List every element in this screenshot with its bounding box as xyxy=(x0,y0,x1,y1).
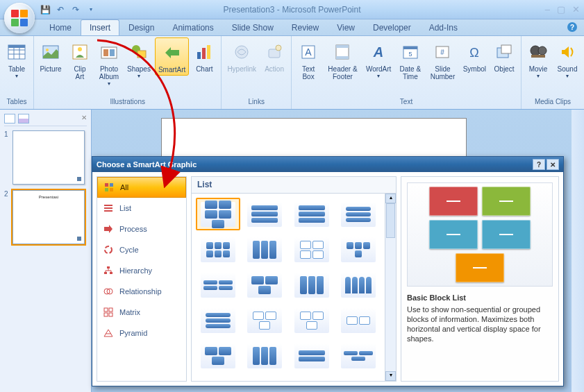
smartart-button[interactable]: SmartArt xyxy=(155,37,189,76)
gallery-item[interactable] xyxy=(243,339,287,372)
svg-point-9 xyxy=(78,47,82,51)
gallery-item[interactable] xyxy=(196,304,240,336)
table-button[interactable]: Table ▾ xyxy=(3,37,31,80)
dialog-help-button[interactable]: ? xyxy=(533,159,545,170)
gallery-item[interactable] xyxy=(290,339,334,372)
qat-customize-icon[interactable]: ▾ xyxy=(86,5,96,15)
wordart-button[interactable]: A WordArt ▾ xyxy=(363,37,394,80)
datetime-button[interactable]: 5 Date & Time xyxy=(395,37,425,82)
movie-button[interactable]: Movie ▾ xyxy=(524,37,552,80)
gallery-item[interactable] xyxy=(337,304,381,336)
svg-marker-62 xyxy=(104,330,112,336)
svg-point-7 xyxy=(46,49,49,51)
vertical-scrollbar[interactable] xyxy=(572,110,584,392)
category-process[interactable]: Process xyxy=(97,219,186,239)
category-all[interactable]: All xyxy=(97,177,186,198)
tab-animations[interactable]: Animations xyxy=(163,19,222,35)
gallery: List xyxy=(191,176,397,382)
office-button[interactable] xyxy=(4,3,35,33)
picture-button[interactable]: Picture xyxy=(37,37,65,74)
slide-thumbnail-1[interactable]: 1 xyxy=(4,130,87,185)
slide-thumbnail-2[interactable]: 2 Presentasi xyxy=(4,190,87,244)
scroll-up-icon[interactable]: ▴ xyxy=(385,194,396,203)
svg-rect-35 xyxy=(501,45,511,53)
scroll-thumb[interactable] xyxy=(386,203,395,238)
gallery-item[interactable] xyxy=(196,233,240,266)
svg-marker-47 xyxy=(104,225,112,233)
tab-slideshow[interactable]: Slide Show xyxy=(223,19,283,35)
svg-marker-15 xyxy=(165,47,179,58)
save-icon[interactable]: 💾 xyxy=(40,5,50,15)
chevron-down-icon: ▾ xyxy=(137,73,140,79)
category-list[interactable]: List xyxy=(97,198,186,219)
list-icon xyxy=(103,203,114,214)
redo-icon[interactable]: ↷ xyxy=(71,5,81,15)
category-relationship[interactable]: Relationship xyxy=(97,281,186,302)
clipart-button[interactable]: Clip Art xyxy=(66,37,94,82)
photoalbum-button[interactable]: Photo Album ▾ xyxy=(95,37,123,88)
svg-text:Ω: Ω xyxy=(470,46,479,60)
dialog-close-button[interactable]: ✕ xyxy=(547,159,559,170)
headerfooter-button[interactable]: Header & Footer xyxy=(324,37,362,82)
help-icon[interactable]: ? xyxy=(567,22,577,32)
scroll-down-icon[interactable]: ▾ xyxy=(385,371,396,381)
gallery-scrollbar[interactable]: ▴ ▾ xyxy=(385,194,396,381)
maximize-button[interactable]: ▢ xyxy=(557,4,565,15)
gallery-item[interactable] xyxy=(243,269,287,301)
dialog-titlebar[interactable]: Choose a SmartArt Graphic ? ✕ xyxy=(92,157,563,172)
symbol-button[interactable]: Ω Symbol xyxy=(460,37,489,74)
svg-rect-11 xyxy=(103,49,108,56)
group-label-links: Links xyxy=(224,98,288,109)
slidenumber-button[interactable]: # Slide Number xyxy=(426,37,458,82)
shapes-button[interactable]: Shapes ▾ xyxy=(124,37,153,80)
gallery-item[interactable] xyxy=(337,269,381,301)
tab-addins[interactable]: Add-Ins xyxy=(420,19,467,35)
sound-button[interactable]: Sound ▾ xyxy=(553,37,581,80)
outline-tab-icon[interactable] xyxy=(18,114,29,123)
textbox-button[interactable]: A Text Box xyxy=(294,37,322,82)
gallery-item[interactable] xyxy=(243,198,287,230)
object-button[interactable]: Object xyxy=(490,37,518,74)
tab-design[interactable]: Design xyxy=(119,19,163,35)
svg-rect-38 xyxy=(531,55,545,58)
svg-rect-49 xyxy=(107,266,110,269)
slide-canvas[interactable] xyxy=(161,118,467,160)
slides-tab-icon[interactable] xyxy=(4,114,15,123)
gallery-item[interactable] xyxy=(337,339,381,372)
panel-close-icon[interactable]: ✕ xyxy=(81,114,87,126)
gallery-item[interactable] xyxy=(337,198,381,230)
group-illustrations: Picture Clip Art Photo Album ▾ Shapes ▾ … xyxy=(34,36,222,109)
gallery-item[interactable] xyxy=(337,233,381,266)
chevron-down-icon: ▾ xyxy=(566,73,569,79)
tab-home[interactable]: Home xyxy=(40,19,81,35)
smartart-icon xyxy=(161,42,183,64)
gallery-item[interactable] xyxy=(196,339,240,372)
gallery-item[interactable] xyxy=(290,233,334,266)
gallery-item[interactable] xyxy=(243,304,287,336)
gallery-item[interactable] xyxy=(196,269,240,301)
minimize-button[interactable]: – xyxy=(545,4,550,15)
chart-button[interactable]: Chart xyxy=(190,37,218,74)
category-matrix[interactable]: Matrix xyxy=(97,302,186,323)
svg-rect-25 xyxy=(336,45,349,48)
undo-icon[interactable]: ↶ xyxy=(56,5,65,15)
datetime-icon: 5 xyxy=(399,41,422,63)
gallery-item[interactable] xyxy=(243,233,287,266)
ribbon: Table ▾ Tables Picture Clip Art Photo Al… xyxy=(0,36,584,110)
chevron-down-icon: ▾ xyxy=(108,80,110,87)
gallery-item[interactable] xyxy=(196,198,240,230)
category-cycle[interactable]: Cycle xyxy=(97,239,186,260)
tab-developer[interactable]: Developer xyxy=(364,19,420,35)
gallery-item[interactable] xyxy=(290,198,334,230)
tab-insert[interactable]: Insert xyxy=(81,19,119,35)
gallery-item[interactable] xyxy=(290,304,334,336)
category-hierarchy[interactable]: Hierarchy xyxy=(97,260,186,281)
gallery-item[interactable] xyxy=(290,269,334,301)
tab-view[interactable]: View xyxy=(328,19,364,35)
tab-review[interactable]: Review xyxy=(283,19,328,35)
action-button[interactable]: Action xyxy=(260,37,288,74)
hyperlink-button[interactable]: Hyperlink xyxy=(224,37,259,74)
close-button[interactable]: ✕ xyxy=(572,4,580,15)
svg-point-48 xyxy=(105,246,112,253)
category-pyramid[interactable]: Pyramid xyxy=(97,323,186,343)
